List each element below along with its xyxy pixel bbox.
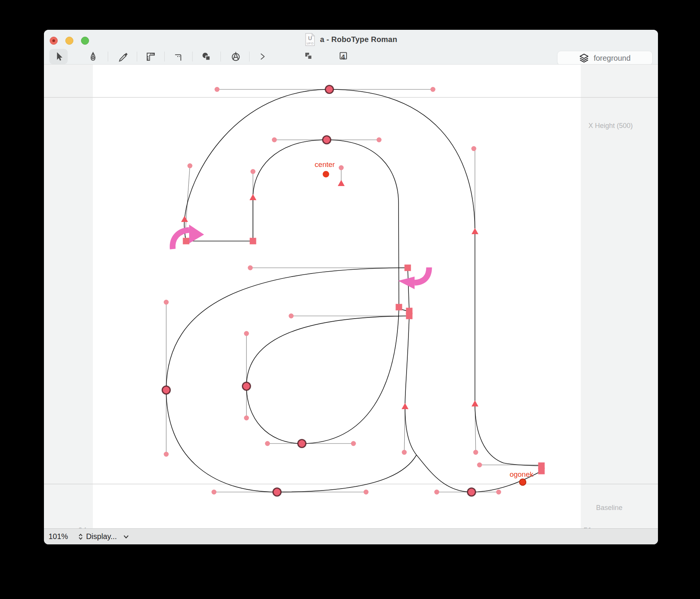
- glyph-outline[interactable]: [166, 268, 416, 492]
- off-curve-point[interactable]: [364, 490, 369, 495]
- components-icon: [303, 51, 314, 62]
- selection-tool-button[interactable]: [49, 49, 68, 64]
- doc-icon-letter: U: [308, 35, 312, 41]
- doc-icon-badge: UFO: [307, 42, 314, 45]
- off-curve-point[interactable]: [251, 169, 256, 174]
- knife-icon: [118, 51, 129, 62]
- anchor-label-center: center: [315, 160, 335, 168]
- toolbar-divider: [249, 52, 250, 62]
- zoom-level[interactable]: 101%: [49, 532, 68, 541]
- toolbar-divider: [108, 52, 108, 62]
- display-mode-label: Display...: [86, 532, 117, 541]
- pen-tool-button[interactable]: [84, 49, 101, 64]
- anchor-label-ogonek: ogonek: [510, 470, 534, 478]
- off-curve-point[interactable]: [472, 146, 476, 151]
- measure-tool-button[interactable]: [143, 49, 159, 64]
- toolbar-divider: [137, 52, 137, 62]
- off-curve-point[interactable]: [164, 300, 169, 305]
- tangent-point[interactable]: [472, 400, 478, 406]
- off-curve-point[interactable]: [377, 138, 382, 142]
- transform-circle-a-icon: [230, 51, 241, 62]
- ufo-document-icon[interactable]: U UFO: [305, 33, 316, 46]
- off-curve-point[interactable]: [188, 164, 193, 168]
- layer-selector-button[interactable]: foreground: [557, 51, 653, 65]
- on-curve-point[interactable]: [323, 136, 331, 144]
- glyph-editor-canvas[interactable]: centerogonek X Height (500) Baseline 94 …: [44, 64, 658, 528]
- on-curve-point[interactable]: [162, 386, 170, 394]
- tangent-point[interactable]: [338, 180, 345, 186]
- shapes-icon: [201, 51, 212, 62]
- off-curve-point[interactable]: [212, 490, 217, 495]
- on-curve-point[interactable]: [468, 488, 476, 496]
- layer-name-label: foreground: [594, 54, 631, 63]
- tangent-point[interactable]: [402, 403, 408, 409]
- tangent-point[interactable]: [181, 216, 188, 222]
- off-curve-point[interactable]: [272, 138, 277, 142]
- corner-point[interactable]: [250, 238, 256, 244]
- x-height-guide-label: X Height (500): [588, 122, 633, 130]
- on-curve-point[interactable]: [326, 86, 334, 94]
- app-window: U UFO a - RoboType Roman: [44, 30, 658, 544]
- display-mode-dropdown[interactable]: Display...: [78, 532, 130, 541]
- off-curve-point[interactable]: [473, 450, 478, 455]
- preview-glyph-digit: 4: [341, 53, 345, 61]
- off-curve-point[interactable]: [431, 87, 436, 92]
- on-curve-point[interactable]: [273, 488, 281, 496]
- off-curve-point[interactable]: [496, 490, 501, 495]
- chevron-down-icon: [123, 533, 130, 540]
- corner-point[interactable]: [406, 313, 413, 319]
- knife-tool-button[interactable]: [115, 49, 131, 64]
- off-curve-point[interactable]: [244, 331, 249, 336]
- layers-icon: [579, 53, 589, 63]
- off-curve-point[interactable]: [244, 416, 249, 421]
- on-curve-point[interactable]: [298, 440, 306, 448]
- off-curve-point[interactable]: [265, 441, 270, 446]
- contour-start-arrowhead[interactable]: [398, 277, 415, 289]
- glyph-outline-layer[interactable]: centerogonek: [44, 65, 658, 529]
- corner-icon: [172, 51, 183, 62]
- ruler-icon: [145, 51, 157, 62]
- corner-point[interactable]: [183, 238, 190, 244]
- corner-point[interactable]: [396, 304, 402, 311]
- glyph-outline[interactable]: [184, 89, 541, 471]
- tangent-point[interactable]: [472, 228, 478, 234]
- toolbar-divider: [164, 52, 165, 62]
- toolbar-divider: [220, 52, 221, 62]
- off-curve-point[interactable]: [289, 314, 294, 319]
- glyph-outline[interactable]: [186, 140, 399, 310]
- off-curve-point[interactable]: [477, 463, 482, 468]
- shapes-tool-button[interactable]: [198, 49, 215, 64]
- chevron-right-icon: [258, 52, 267, 62]
- window-title: a - RoboType Roman: [320, 35, 397, 44]
- tangent-point[interactable]: [250, 194, 256, 200]
- off-curve-point[interactable]: [248, 266, 253, 270]
- titlebar: U UFO a - RoboType Roman: [44, 30, 658, 49]
- off-curve-point[interactable]: [215, 87, 220, 92]
- off-curve-point[interactable]: [339, 165, 344, 170]
- status-bar: 101% Display...: [44, 528, 658, 544]
- more-tools-button[interactable]: [254, 49, 271, 64]
- corner-point[interactable]: [405, 265, 411, 271]
- off-curve-point[interactable]: [402, 450, 407, 455]
- corner-tool-button[interactable]: [169, 49, 186, 64]
- contour-start-arrowhead[interactable]: [189, 225, 204, 243]
- stepper-icon: [78, 533, 83, 541]
- cursor-arrow-icon: [53, 51, 64, 62]
- pen-nib-icon: [88, 51, 99, 62]
- anchor-ogonek[interactable]: [520, 479, 526, 486]
- components-button[interactable]: [300, 49, 317, 64]
- glyph-outline[interactable]: [405, 268, 541, 492]
- contour-start-arrow[interactable]: [415, 267, 429, 283]
- toolbar-divider: [192, 52, 193, 62]
- off-curve-point[interactable]: [164, 452, 169, 457]
- preview-glyph-button[interactable]: 4: [335, 49, 352, 64]
- on-curve-point[interactable]: [243, 382, 251, 390]
- baseline-guide-label: Baseline: [596, 504, 622, 512]
- window-chrome: U UFO a - RoboType Roman: [44, 30, 658, 64]
- anchor-center[interactable]: [323, 171, 329, 178]
- glyph-outline[interactable]: [246, 308, 409, 444]
- off-curve-point[interactable]: [434, 490, 439, 495]
- transform-tool-button[interactable]: [227, 49, 244, 64]
- corner-point[interactable]: [538, 468, 545, 474]
- off-curve-point[interactable]: [351, 441, 356, 446]
